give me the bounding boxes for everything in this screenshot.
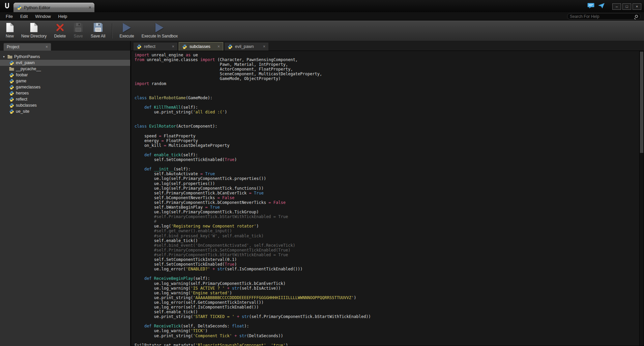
main-content: Project × ▾PythonPawnsevil_pawn__pycache… <box>0 41 644 346</box>
unreal-logo-icon <box>3 2 11 10</box>
toolbar-button-new-directory[interactable]: New Directory <box>18 22 50 40</box>
toolbar-button-save-all[interactable]: Save All <box>87 22 109 40</box>
code-line <box>135 86 638 91</box>
vertical-scrollbar[interactable] <box>639 51 644 346</box>
code-line <box>135 129 638 134</box>
code-line: ue.log(self.properties()) <box>135 181 638 186</box>
code-line: #self.PrimaryComponentTick.SetComponentT… <box>135 248 638 252</box>
tree-item-reflect[interactable]: reflect <box>0 96 130 102</box>
code-line: import unreal_engine as ue <box>135 53 638 57</box>
code-line: self.bWantsBeginPlay = True <box>135 205 638 210</box>
code-line: self.bComponentNeverTicks = False <box>135 195 638 200</box>
code-line: class EvilRotator(ActorComponent): <box>135 124 638 129</box>
project-tab-close-icon[interactable]: × <box>46 45 48 49</box>
toolbar-button-label: Execute In Sandbox <box>142 34 178 38</box>
titlebar[interactable]: Python Editor × –□× <box>0 0 644 12</box>
new-directory-icon <box>30 23 38 32</box>
code-line <box>135 114 638 119</box>
python-icon <box>9 103 14 108</box>
code-line: def enable_tick(self): <box>135 153 638 157</box>
editor-tab-subclasses[interactable]: subclasses× <box>179 42 223 51</box>
project-tree[interactable]: ▾PythonPawnsevil_pawn__pycache__foobarga… <box>0 51 130 346</box>
toolbar-button-label: Save All <box>91 34 105 38</box>
python-icon <box>9 79 14 84</box>
send-icon[interactable] <box>598 3 605 10</box>
scrollbar-thumb[interactable] <box>640 52 643 153</box>
code-line: ue.print_string('all died :(') <box>135 110 638 114</box>
toolbar-button-save[interactable]: Save <box>69 22 87 40</box>
tree-item-heroes[interactable]: heroes <box>0 90 130 96</box>
tree-item-gameclasses[interactable]: gameclasses <box>0 84 130 90</box>
code-line: def KillThemAll(self): <box>135 105 638 110</box>
code-line: ue.log_warning('TICK') <box>135 328 638 333</box>
menu-edit[interactable]: Edit <box>17 12 31 20</box>
project-tab-label: Project <box>7 45 19 49</box>
code-line: on_kill = MulticastDelegateProperty <box>135 143 638 148</box>
tab-close-icon[interactable]: × <box>217 44 220 49</box>
window-tab-close-icon[interactable]: × <box>89 5 91 10</box>
chat-bubble-icon[interactable] <box>587 3 594 10</box>
editor-tab-evil_pawn[interactable]: evil_pawn× <box>224 42 269 51</box>
code-line: from unreal_engine.classes import (Chara… <box>135 57 638 62</box>
new-document-icon <box>6 23 14 32</box>
code-line: def ReceiveTick(self, DeltaSeconds: floa… <box>135 324 638 328</box>
tree-item-pythonpawns[interactable]: ▾PythonPawns <box>0 54 130 60</box>
tab-close-icon[interactable]: × <box>263 44 265 49</box>
code-line <box>135 100 638 105</box>
search-input[interactable] <box>570 14 635 19</box>
menubar: FileEditWindowHelp <box>0 12 644 21</box>
tree-item-ue_site[interactable]: ue_site <box>0 108 130 114</box>
help-search-box[interactable] <box>567 13 641 20</box>
code-line: self.SetComponentTickEnabled(True) <box>135 262 638 267</box>
toolbar-button-execute[interactable]: Execute <box>116 22 138 40</box>
tree-item-game[interactable]: game <box>0 78 130 84</box>
toolbar-button-delete[interactable]: Delete <box>50 22 69 40</box>
code-line: self.enable_tick() <box>135 310 638 314</box>
tree-item-label: PythonPawns <box>14 54 40 59</box>
tab-close-icon[interactable]: × <box>172 44 174 49</box>
python-icon <box>182 44 187 49</box>
tree-item-label: foobar <box>16 73 28 77</box>
close-button[interactable]: × <box>633 3 641 10</box>
toolbar-button-execute-in-sandbox[interactable]: Execute In Sandbox <box>138 22 181 40</box>
code-container: import unreal_engine as uefrom unreal_en… <box>131 51 644 346</box>
code-line: EvilRotator.set_metadata('BlueprintSpawn… <box>135 343 638 346</box>
code-line <box>135 319 638 324</box>
tree-item-foobar[interactable]: foobar <box>0 72 130 78</box>
editor-tab-reflect[interactable]: reflect× <box>133 42 178 51</box>
python-icon <box>9 97 14 102</box>
code-line: #self.PrimaryComponentTick.bStartWithTic… <box>135 252 638 257</box>
python-icon <box>9 85 14 90</box>
project-panel: Project × ▾PythonPawnsevil_pawn__pycache… <box>0 41 131 346</box>
execute-icon <box>123 23 131 32</box>
toolbar-button-new[interactable]: New <box>2 22 18 40</box>
folder-icon <box>7 55 12 59</box>
tree-item-evil_pawn[interactable]: evil_pawn <box>0 60 130 66</box>
code-area[interactable]: import unreal_engine as uefrom unreal_en… <box>135 53 638 346</box>
code-line <box>135 271 638 276</box>
code-line: self.bAutoActivate = True <box>135 171 638 176</box>
minimize-button[interactable]: – <box>612 3 621 10</box>
code-line: #self.bind_pressed_key('W', self.enable_… <box>135 234 638 238</box>
menu-file[interactable]: File <box>2 12 17 20</box>
save-icon <box>73 22 83 32</box>
tree-item-subclasses[interactable]: subclasses <box>0 102 130 108</box>
code-line: self.SetComponentTickInterval(0.1) <box>135 257 638 262</box>
expander-icon[interactable]: ▾ <box>2 55 6 58</box>
editor-tab-label: reflect <box>144 44 155 49</box>
menu-help[interactable]: Help <box>55 12 71 20</box>
tree-item-label: evil_pawn <box>16 60 35 65</box>
tab-project[interactable]: Project × <box>3 43 51 51</box>
menu-window[interactable]: Window <box>31 12 54 20</box>
tree-item-__pycache__[interactable]: __pycache__ <box>0 66 130 72</box>
window-tab-python-editor[interactable]: Python Editor × <box>13 3 94 12</box>
save-all-icon <box>93 22 103 32</box>
python-icon <box>228 44 233 49</box>
code-line: ue.log_warning('IS ACTIVE ? ' + str(self… <box>135 286 638 291</box>
code-line: ue.log_error('ENABLED?' + str(self.IsCom… <box>135 267 638 271</box>
code-line: SceneComponent, MulticastDelegatePropert… <box>135 72 638 76</box>
python-icon <box>9 73 14 78</box>
code-line: energy = FloatProperty <box>135 138 638 143</box>
code-line <box>135 91 638 96</box>
maximize-button[interactable]: □ <box>622 3 631 10</box>
